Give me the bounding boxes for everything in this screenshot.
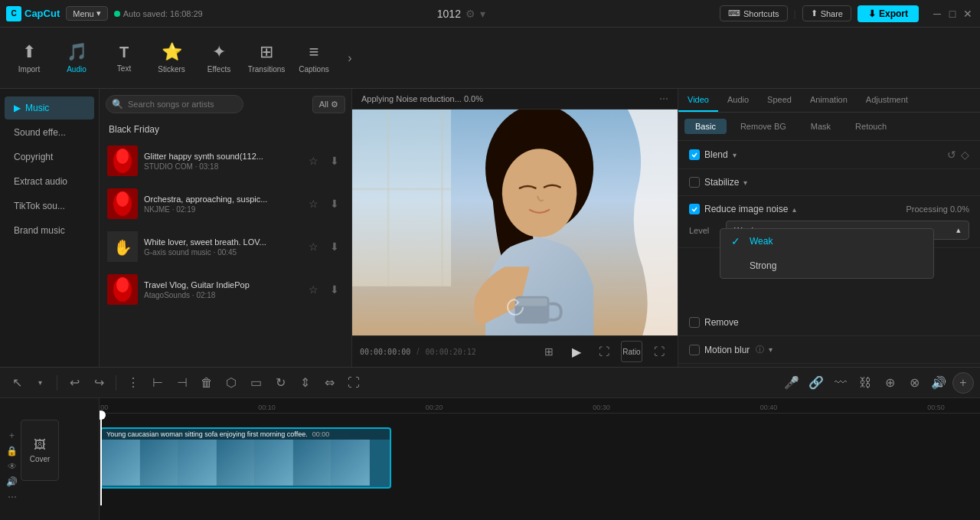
toolbar-captions[interactable]: ≡ Captions bbox=[291, 31, 337, 85]
tab-speed[interactable]: Speed bbox=[758, 89, 801, 112]
search-icon: 🔍 bbox=[112, 99, 123, 110]
mic-button[interactable]: 🎤 bbox=[781, 372, 802, 394]
motion-blur-checkbox[interactable] bbox=[689, 345, 700, 355]
subtab-remove-bg[interactable]: Remove BG bbox=[730, 119, 797, 134]
list-item[interactable]: Travel Vlog, Guitar IndiePop AtagoSounds… bbox=[100, 268, 351, 311]
chain-button[interactable]: ⛓ bbox=[854, 372, 876, 394]
favorite-button[interactable]: ☆ bbox=[304, 237, 322, 256]
dropdown-option-weak[interactable]: ✓ Weak bbox=[720, 229, 933, 253]
diamond-icon[interactable]: ◇ bbox=[961, 149, 969, 161]
tab-animation[interactable]: Animation bbox=[801, 89, 857, 112]
download-button[interactable]: ⬇ bbox=[325, 195, 344, 213]
grid-icon[interactable]: ⊞ bbox=[538, 341, 560, 362]
playhead[interactable] bbox=[100, 414, 102, 505]
minimize-button[interactable]: ─ bbox=[931, 8, 943, 20]
favorite-button[interactable]: ☆ bbox=[304, 280, 322, 299]
sidebar-item-music[interactable]: ▶ Music bbox=[5, 96, 94, 119]
toolbar-import[interactable]: ⬆ Import bbox=[6, 31, 52, 85]
toolbar-transitions[interactable]: ⊞ Transitions bbox=[243, 31, 289, 85]
stabilize-chevron-icon[interactable]: ▾ bbox=[743, 178, 747, 187]
subtab-retouch[interactable]: Retouch bbox=[844, 119, 897, 134]
flip-h-button[interactable]: ⇔ bbox=[318, 372, 340, 394]
mark-button[interactable]: ⬡ bbox=[220, 372, 242, 394]
sidebar-item-copyright[interactable]: Copyright bbox=[5, 146, 94, 168]
tab-audio[interactable]: Audio bbox=[718, 89, 758, 112]
export-button[interactable]: ⬇ Export bbox=[858, 5, 919, 22]
reduce-noise-chevron-icon[interactable]: ▴ bbox=[792, 205, 796, 214]
toolbar-text[interactable]: T Text bbox=[101, 31, 147, 85]
all-label: All bbox=[319, 100, 328, 109]
list-item[interactable]: Glitter happy synth sound(112... STUDIO … bbox=[100, 139, 351, 182]
blend-checkbox[interactable] bbox=[689, 149, 700, 160]
crop-icon[interactable]: ⛶ bbox=[593, 341, 615, 362]
processing-text: Processing 0.0% bbox=[906, 204, 969, 214]
toolbar-stickers[interactable]: ⭐ Stickers bbox=[149, 31, 194, 85]
track-lock-icon[interactable]: 🔒 bbox=[6, 446, 18, 456]
video-clip[interactable]: Young caucasian woman sitting sofa enjoy… bbox=[100, 427, 391, 489]
undo-button[interactable]: ↩ bbox=[64, 372, 85, 394]
list-item[interactable]: Orchestra, approaching, suspic... NKJME … bbox=[100, 182, 351, 225]
track-add-icon[interactable]: + bbox=[6, 430, 18, 441]
blend-chevron-icon[interactable]: ▾ bbox=[733, 151, 737, 159]
volume-button[interactable]: 🔊 bbox=[928, 372, 949, 394]
maximize-button[interactable]: □ bbox=[946, 8, 959, 20]
fullscreen-icon[interactable]: ⛶ bbox=[648, 341, 670, 362]
flip-v-button[interactable]: ⇕ bbox=[294, 372, 315, 394]
cover-label[interactable]: 🖼 Cover bbox=[21, 420, 59, 481]
track-eye-icon[interactable]: 👁 bbox=[6, 461, 18, 472]
motion-blur-chevron-icon[interactable]: ▾ bbox=[769, 345, 773, 354]
crop-button[interactable]: ⛶ bbox=[343, 372, 364, 394]
sidebar-item-brand-music[interactable]: Brand music bbox=[5, 219, 94, 242]
split2-button[interactable]: ⊕ bbox=[879, 372, 900, 394]
toolbar-more-button[interactable]: › bbox=[338, 31, 361, 85]
download-button[interactable]: ⬇ bbox=[325, 237, 344, 256]
rotate-button[interactable]: ↻ bbox=[270, 372, 291, 394]
delete-button[interactable]: 🗑 bbox=[196, 372, 217, 394]
download-button[interactable]: ⬇ bbox=[325, 152, 344, 170]
link-button[interactable]: 🔗 bbox=[805, 372, 827, 394]
svg-text:✋: ✋ bbox=[113, 238, 132, 257]
share-button[interactable]: ⬆ Share bbox=[802, 5, 851, 21]
subtab-basic[interactable]: Basic bbox=[684, 119, 727, 134]
list-item[interactable]: ✋ White lover, sweet breath. LOV... G-ax… bbox=[100, 225, 351, 268]
redo-button[interactable]: ↪ bbox=[88, 372, 109, 394]
option-weak-label: Weak bbox=[750, 236, 773, 247]
remove-checkbox[interactable] bbox=[689, 317, 700, 328]
wave-button[interactable]: 〰 bbox=[830, 372, 851, 394]
reduce-noise-checkbox[interactable] bbox=[689, 204, 700, 214]
toolbar-effects[interactable]: ✦ Effects bbox=[196, 31, 242, 85]
close-button[interactable]: ✕ bbox=[962, 8, 974, 20]
stabilize-checkbox[interactable] bbox=[689, 177, 700, 188]
track-more-icon[interactable]: ⋯ bbox=[6, 492, 18, 502]
trim-left-button[interactable]: ⊢ bbox=[147, 372, 168, 394]
split-button[interactable]: ⋮ bbox=[122, 372, 144, 394]
select-tool-button[interactable]: ↖ bbox=[6, 372, 28, 394]
reset-icon[interactable]: ↺ bbox=[947, 149, 956, 161]
favorite-button[interactable]: ☆ bbox=[304, 152, 322, 170]
add-track-button[interactable]: + bbox=[952, 372, 974, 394]
sidebar-item-tiktok[interactable]: TikTok sou... bbox=[5, 195, 94, 217]
all-filter-button[interactable]: All ⚙ bbox=[312, 96, 345, 113]
menu-button[interactable]: Menu ▾ bbox=[66, 6, 108, 21]
ratio-button[interactable]: Ratio bbox=[621, 341, 642, 362]
subtab-mask[interactable]: Mask bbox=[800, 119, 841, 134]
select-tool-chevron[interactable]: ▾ bbox=[29, 372, 51, 394]
toolbar-audio[interactable]: 🎵 Audio bbox=[54, 31, 100, 85]
preview-menu-icon[interactable]: ⋯ bbox=[659, 93, 668, 104]
placeholder-button[interactable]: ▭ bbox=[245, 372, 266, 394]
sidebar-item-sound-effects[interactable]: Sound effe... bbox=[5, 121, 94, 144]
favorite-button[interactable]: ☆ bbox=[304, 195, 322, 213]
tab-video[interactable]: Video bbox=[678, 89, 718, 112]
song-title: Glitter happy synth sound(112... bbox=[144, 152, 298, 161]
sidebar-item-extract-audio[interactable]: Extract audio bbox=[5, 170, 94, 193]
search-input[interactable] bbox=[106, 95, 243, 113]
tab-adjustment[interactable]: Adjustment bbox=[857, 89, 917, 112]
play-button[interactable]: ▶ bbox=[566, 341, 587, 362]
split3-button[interactable]: ⊗ bbox=[903, 372, 925, 394]
shortcuts-button[interactable]: ⌨ Shortcuts bbox=[720, 5, 787, 21]
download-button[interactable]: ⬇ bbox=[325, 280, 344, 299]
track-volume-icon[interactable]: 🔊 bbox=[6, 476, 18, 487]
timeline-ruler[interactable]: 00:00 00:10 00:20 00:30 00:40 00:50 Youn… bbox=[100, 398, 980, 520]
dropdown-option-strong[interactable]: ✓ Strong bbox=[720, 253, 933, 278]
trim-right-button[interactable]: ⊣ bbox=[172, 372, 193, 394]
